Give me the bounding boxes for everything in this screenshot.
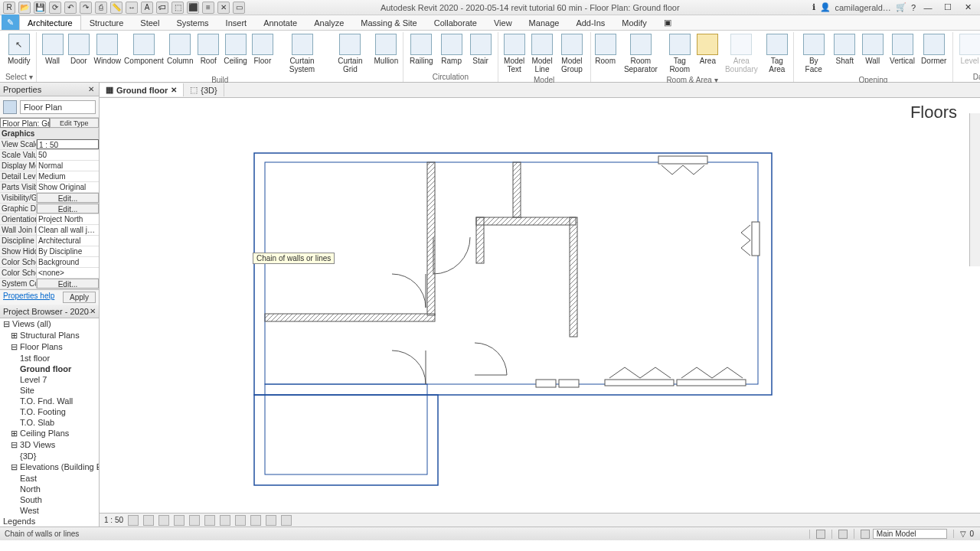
properties-close-icon[interactable]: ✕	[87, 85, 96, 94]
browser-close-icon[interactable]: ✕	[90, 307, 96, 316]
status-select-filters[interactable]: ▽ 0	[953, 530, 980, 538]
redo-icon[interactable]: ↷	[80, 2, 92, 14]
tree-item[interactable]: ⊟ Elevations (Building Elevation	[0, 461, 99, 473]
tree-item[interactable]: Site	[0, 385, 99, 396]
model-line-button[interactable]: Model Line	[529, 32, 556, 75]
graphics-section[interactable]: Graphics	[0, 129, 99, 139]
cart-icon[interactable]: 🛒	[896, 2, 906, 12]
tree-item[interactable]: T.O. Footing	[0, 406, 99, 417]
window-button[interactable]: Window	[93, 32, 122, 75]
status-editable-only[interactable]	[831, 530, 854, 539]
temp-hide-icon[interactable]	[250, 515, 261, 526]
sun-path-icon[interactable]	[158, 515, 169, 526]
modify-button[interactable]: ↖Modify	[5, 32, 33, 72]
tree-item[interactable]: ⊞ Ceiling Plans	[0, 428, 99, 439]
property-value[interactable]: Normal	[37, 161, 99, 171]
sync-icon[interactable]: ⟳	[49, 2, 61, 14]
visual-style-icon[interactable]	[143, 515, 154, 526]
view-scale[interactable]: 1 : 50	[104, 516, 123, 524]
property-value[interactable]: Clean all wall j…	[37, 225, 99, 235]
tree-item[interactable]: ⊞ Structural Plans	[0, 330, 99, 341]
modify-tool-tab[interactable]: ✎	[2, 15, 19, 30]
tree-item[interactable]: {3D}	[0, 451, 99, 461]
component-button[interactable]: Component	[124, 32, 165, 75]
by-face-button[interactable]: By Face	[797, 32, 830, 75]
tree-item[interactable]: Level 7	[0, 374, 99, 385]
area-button[interactable]: Area	[696, 32, 719, 75]
railing-button[interactable]: Railing	[407, 32, 436, 72]
floor-button[interactable]: Floor	[250, 32, 275, 75]
area-boundary-button[interactable]: Area Boundary	[720, 32, 762, 75]
property-value[interactable]: Edit...	[37, 279, 99, 289]
tree-item[interactable]: West	[0, 505, 99, 516]
status-worksets[interactable]	[809, 530, 831, 539]
lock-3d-icon[interactable]	[235, 515, 246, 526]
tab-addins[interactable]: Add-Ins	[567, 15, 613, 30]
tab-systems[interactable]: Systems	[168, 15, 217, 30]
navigation-bar[interactable]	[969, 113, 980, 266]
apply-button[interactable]: Apply	[63, 292, 96, 303]
tab-architecture[interactable]: Architecture	[19, 15, 81, 30]
tab-annotate[interactable]: Annotate	[255, 15, 305, 30]
measure-icon[interactable]: 📏	[110, 2, 122, 14]
edit-type-button[interactable]: Edit Type	[50, 118, 100, 128]
property-value[interactable]: 50	[37, 150, 99, 160]
status-model-combo[interactable]: Main Model	[873, 529, 948, 539]
section-icon[interactable]: ⬛	[187, 2, 199, 14]
text-icon[interactable]: A	[141, 2, 153, 14]
roof-button[interactable]: Roof	[196, 32, 220, 75]
model-text-button[interactable]: Model Text	[501, 32, 528, 75]
tab-massing-site[interactable]: Massing & Site	[352, 15, 425, 30]
column-button[interactable]: Column	[165, 32, 194, 75]
property-value[interactable]: Edit...	[37, 204, 99, 214]
status-design-options[interactable]: Main Model	[854, 529, 954, 539]
property-value[interactable]: Show Original	[37, 182, 99, 192]
tab-manage[interactable]: Manage	[521, 15, 568, 30]
property-value[interactable]: Medium	[37, 171, 99, 181]
doc-tab-close-icon[interactable]: ✕	[171, 86, 177, 94]
wall-button[interactable]: Wall	[860, 32, 886, 75]
crop-region-icon[interactable]	[220, 515, 230, 526]
tab-collaborate[interactable]: Collaborate	[426, 15, 485, 30]
tab-modify[interactable]: Modify	[613, 15, 655, 30]
ramp-button[interactable]: Ramp	[438, 32, 466, 72]
close-button[interactable]: ✕	[960, 2, 975, 14]
undo-icon[interactable]: ↶	[64, 2, 77, 14]
instance-dropdown[interactable]: Floor Plan: Ground fl	[0, 118, 50, 128]
minimize-button[interactable]: —	[920, 2, 936, 14]
user-icon[interactable]: 👤	[820, 2, 831, 12]
type-selector[interactable]: Floor Plan	[0, 96, 99, 118]
type-selector-value[interactable]: Floor Plan	[20, 100, 96, 114]
crop-view-icon[interactable]	[204, 515, 215, 526]
doc-tab-ground-floor[interactable]: ▦ Ground floor ✕	[100, 83, 184, 96]
tree-item[interactable]: East	[0, 473, 99, 484]
user-name[interactable]: camilagerald…	[835, 3, 891, 12]
room-button[interactable]: Room	[594, 32, 617, 75]
property-value[interactable]: Edit...	[37, 193, 99, 203]
door-button[interactable]: Door	[67, 32, 91, 75]
maximize-button[interactable]: ☐	[940, 2, 956, 14]
rendering-icon[interactable]	[189, 515, 200, 526]
shaft-button[interactable]: Shaft	[831, 32, 858, 75]
tree-item[interactable]: ⊟ 3D Views	[0, 439, 99, 451]
room-separator-button[interactable]: Room Separator	[619, 32, 663, 75]
print-icon[interactable]: ⎙	[95, 2, 107, 14]
vertical-button[interactable]: Vertical	[887, 32, 917, 75]
drawing-canvas[interactable]: Floors	[100, 98, 980, 513]
tag-area-button[interactable]: Tag Area	[763, 32, 790, 75]
tab-structure[interactable]: Structure	[81, 15, 132, 30]
tree-item[interactable]: ⊟ Views (all)	[0, 318, 99, 330]
doc-tab-3d[interactable]: ⬚ {3D}	[184, 83, 224, 96]
level-button[interactable]: Level	[956, 32, 980, 72]
shadows-icon[interactable]	[174, 515, 185, 526]
open-icon[interactable]: 📂	[18, 2, 31, 14]
default3d-icon[interactable]: ⬚	[172, 2, 184, 14]
tree-item[interactable]: T.O. Slab	[0, 417, 99, 428]
ceiling-button[interactable]: Ceiling	[222, 32, 248, 75]
property-value[interactable]: Background	[37, 257, 99, 267]
model-group-button[interactable]: Model Group	[557, 32, 586, 75]
switch-windows-icon[interactable]: ▭	[233, 2, 245, 14]
tree-item[interactable]: 1st floor	[0, 353, 99, 364]
tag-room-button[interactable]: Tag Room	[665, 32, 694, 75]
close-hidden-icon[interactable]: ✕	[217, 2, 230, 14]
